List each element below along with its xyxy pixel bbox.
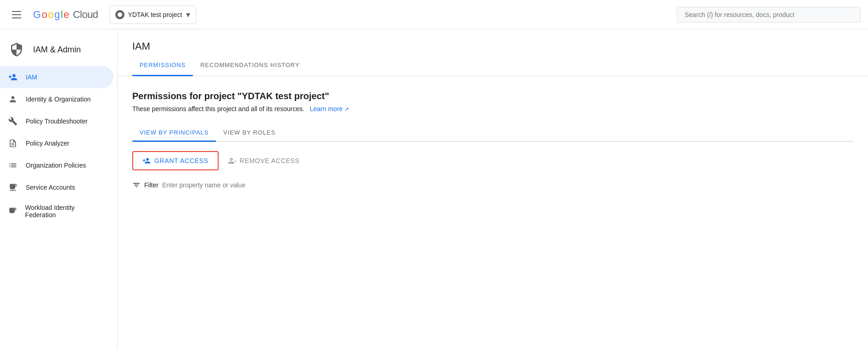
list-icon (7, 160, 18, 171)
permissions-desc: These permissions affect this project an… (132, 105, 853, 113)
monitor-icon (7, 206, 18, 217)
sidebar-item-iam-label: IAM (26, 73, 37, 81)
sidebar-item-workload-identity-label: Workload Identity Federation (25, 204, 102, 219)
filter-input[interactable] (162, 180, 853, 191)
sub-tabs: VIEW BY PRINCIPALS VIEW BY ROLES (132, 124, 853, 142)
sidebar-item-policy-troubleshooter[interactable]: Policy Troubleshooter (0, 110, 113, 132)
sidebar-item-policy-analyzer-label: Policy Analyzer (26, 140, 69, 147)
project-name: YDTAK test project (128, 11, 182, 18)
person-add-icon (7, 72, 18, 83)
main-layout: IAM & Admin IAM Identity & Organization (0, 29, 868, 349)
document-search-icon (7, 138, 18, 149)
dropdown-arrow-icon: ▾ (186, 10, 190, 20)
person-remove-button-icon (228, 157, 236, 165)
monitor-person-icon (7, 182, 18, 193)
remove-access-button[interactable]: REMOVE ACCESS (219, 152, 309, 169)
sidebar-item-workload-identity[interactable]: Workload Identity Federation (0, 198, 113, 224)
hamburger-line-1 (12, 11, 21, 12)
sidebar-item-policy-analyzer[interactable]: Policy Analyzer (0, 132, 113, 154)
sidebar-header: IAM & Admin (0, 33, 117, 66)
main-tabs: PERMISSIONS RECOMMENDATIONS HISTORY (118, 54, 868, 76)
sidebar-item-org-policies-label: Organization Policies (26, 162, 86, 169)
page-title: IAM (132, 40, 853, 52)
permissions-title: Permissions for project "YDTAK test proj… (132, 91, 853, 101)
wrench-icon (7, 116, 18, 127)
grant-access-button[interactable]: GRANT ACCESS (132, 151, 219, 170)
sidebar-item-service-accounts[interactable]: Service Accounts (0, 176, 113, 198)
person-icon (7, 94, 18, 105)
hamburger-line-2 (12, 14, 21, 15)
page-header: IAM (118, 29, 868, 52)
sidebar-item-policy-troubleshooter-label: Policy Troubleshooter (26, 118, 88, 125)
content-area: Permissions for project "YDTAK test proj… (118, 76, 868, 191)
sidebar-item-identity-org-label: Identity & Organization (26, 96, 91, 103)
external-link-icon: ↗ (344, 106, 349, 113)
top-nav: Google Cloud YDTAK test project ▾ (0, 0, 868, 29)
filter-row: Filter (132, 180, 853, 191)
google-cloud-logo: Google Cloud (33, 9, 98, 21)
person-add-button-icon (142, 157, 151, 165)
sidebar-item-iam[interactable]: IAM (0, 66, 113, 88)
sub-tab-by-principals[interactable]: VIEW BY PRINCIPALS (132, 124, 216, 142)
project-icon (115, 10, 124, 19)
sub-tab-by-roles[interactable]: VIEW BY ROLES (216, 124, 282, 142)
iam-admin-icon (7, 40, 26, 59)
sidebar-item-org-policies[interactable]: Organization Policies (0, 154, 113, 176)
project-selector[interactable]: YDTAK test project ▾ (109, 6, 196, 24)
tab-recommendations[interactable]: RECOMMENDATIONS HISTORY (193, 54, 307, 76)
sidebar-header-title: IAM & Admin (33, 45, 81, 55)
sidebar-item-service-accounts-label: Service Accounts (26, 184, 75, 191)
tab-permissions[interactable]: PERMISSIONS (132, 54, 193, 76)
search-input[interactable] (677, 7, 861, 23)
main-content: IAM PERMISSIONS RECOMMENDATIONS HISTORY … (118, 29, 868, 349)
sidebar: IAM & Admin IAM Identity & Organization (0, 29, 118, 349)
filter-label: Filter (144, 181, 158, 189)
sidebar-item-identity-org[interactable]: Identity & Organization (0, 88, 113, 110)
hamburger-line-3 (12, 17, 21, 18)
learn-more-link[interactable]: Learn more ↗ (308, 105, 349, 113)
action-buttons: GRANT ACCESS REMOVE ACCESS (132, 151, 853, 170)
hamburger-menu[interactable] (7, 6, 26, 24)
filter-icon (132, 181, 141, 189)
